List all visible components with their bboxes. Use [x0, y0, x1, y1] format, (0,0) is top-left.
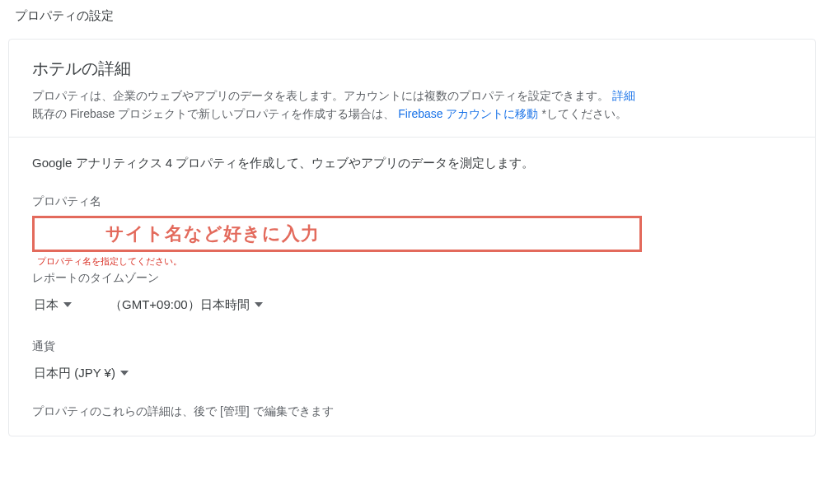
- panel-header-description: プロパティは、企業のウェブやアプリのデータを表します。アカウントには複数のプロパ…: [32, 86, 792, 124]
- panel-header-title: ホテルの詳細: [32, 58, 792, 80]
- page-title: プロパティの設定: [0, 0, 824, 39]
- firebase-link[interactable]: Firebase アカウントに移動: [398, 107, 538, 120]
- desc-text-1: プロパティは、企業のウェブやアプリのデータを表します。アカウントには複数のプロパ…: [32, 89, 609, 102]
- timezone-row: 日本 （GMT+09:00）日本時間: [32, 292, 792, 318]
- desc-text-2b: *してください。: [541, 107, 626, 120]
- property-panel: ホテルの詳細 プロパティは、企業のウェブやアプリのデータを表します。アカウントに…: [8, 39, 816, 436]
- property-name-input[interactable]: サイト名など好きに入力: [32, 216, 642, 252]
- chevron-down-icon: [120, 371, 129, 376]
- details-link[interactable]: 詳細: [612, 89, 635, 102]
- currency-dropdown[interactable]: 日本円 (JPY ¥): [32, 361, 130, 386]
- currency-value-text: 日本円 (JPY ¥): [34, 366, 115, 381]
- annotation-overlay-text: サイト名など好きに入力: [105, 222, 320, 246]
- timezone-label: レポートのタイムゾーン: [32, 271, 792, 286]
- edit-later-footnote: プロパティのこれらの詳細は、後で [管理] で編集できます: [32, 404, 792, 419]
- timezone-country-value: 日本: [34, 297, 59, 313]
- property-name-error: プロパティ名を指定してください。: [32, 255, 792, 268]
- panel-body: Google アナリティクス 4 プロパティを作成して、ウェブやアプリのデータを…: [9, 138, 815, 436]
- timezone-country-dropdown[interactable]: 日本: [32, 292, 73, 318]
- property-name-label: プロパティ名: [32, 194, 792, 209]
- panel-header: ホテルの詳細 プロパティは、企業のウェブやアプリのデータを表します。アカウントに…: [9, 40, 815, 138]
- chevron-down-icon: [255, 302, 263, 307]
- desc-text-2a: 既存の Firebase プロジェクトで新しいプロパティを作成する場合は、: [32, 107, 395, 120]
- timezone-value-text: （GMT+09:00）日本時間: [110, 297, 250, 313]
- currency-label: 通貨: [32, 339, 792, 354]
- lead-text: Google アナリティクス 4 プロパティを作成して、ウェブやアプリのデータを…: [32, 156, 792, 171]
- chevron-down-icon: [63, 302, 72, 307]
- timezone-value-dropdown[interactable]: （GMT+09:00）日本時間: [108, 292, 265, 318]
- currency-row: 日本円 (JPY ¥): [32, 361, 792, 386]
